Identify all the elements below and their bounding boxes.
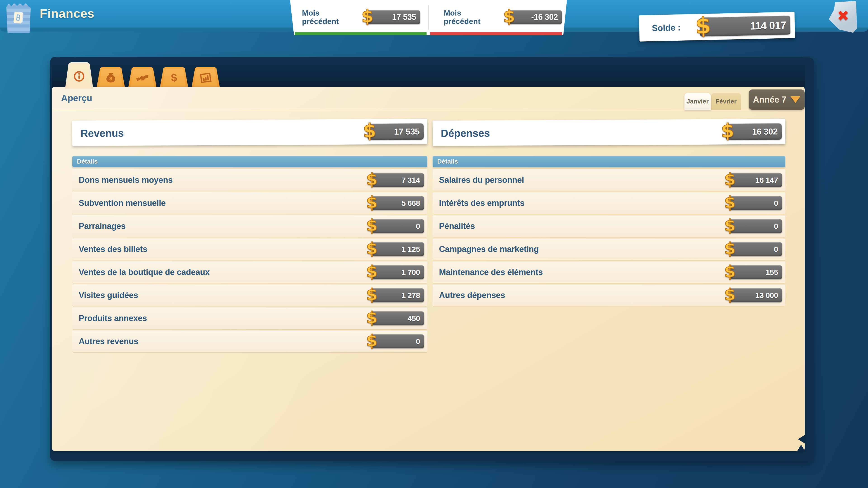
money-badge: $ 0 — [729, 242, 782, 256]
dollar-icon: $ — [724, 193, 736, 212]
money-badge: $ 450 — [371, 311, 424, 325]
finance-row: Parrainages $ 0 — [72, 216, 427, 237]
dollar-icon: $ — [366, 308, 377, 327]
overview-sheet: Aperçu Janvier Février Année 7 Revenus $… — [52, 87, 805, 451]
tab-charts[interactable] — [192, 67, 220, 87]
row-label: Autres dépenses — [439, 291, 505, 300]
balance-value: 114 017 — [700, 15, 790, 37]
row-label: Pénalités — [439, 221, 475, 231]
row-label: Salaires du personnel — [439, 175, 524, 185]
row-amount: 5 668 — [371, 196, 424, 210]
row-amount: 1 278 — [371, 288, 424, 302]
section-title: Aperçu — [61, 93, 92, 103]
prev-month-income-value: 17 535 — [366, 10, 420, 24]
row-label: Ventes des billets — [79, 245, 147, 254]
money-badge: $ 17 535 — [366, 10, 420, 24]
row-label: Intérêts des emprunts — [439, 198, 524, 208]
money-badge: $ 17 535 — [368, 123, 424, 140]
finance-row: Salaires du personnel $ 16 147 — [433, 169, 785, 191]
money-badge: $ 5 668 — [371, 196, 424, 210]
money-bag-icon: $ — [99, 69, 123, 87]
tab-overview[interactable] — [65, 62, 93, 89]
year-dropdown[interactable]: Année 7 — [749, 90, 805, 110]
expenses-title: Dépenses — [441, 127, 490, 139]
row-amount: 1 700 — [371, 265, 424, 279]
tab-strip: $ $ — [52, 57, 805, 87]
finance-row: Subvention mensuelle $ 5 668 — [72, 193, 427, 214]
bar-chart-icon — [194, 69, 217, 87]
row-amount: 155 — [729, 265, 782, 279]
expenses-column: Dépenses $ 16 302 Détails Salaires du pe… — [433, 120, 785, 308]
finance-row: Pénalités $ 0 — [433, 216, 785, 237]
money-badge: $ 1 125 — [371, 242, 424, 256]
month-tab-janvier[interactable]: Janvier — [684, 93, 711, 110]
finances-window: $ $ Aperçu Janvier — [50, 57, 814, 461]
prev-month-expense: Mois précédent $ -16 302 — [428, 0, 570, 32]
details-label: Détails — [437, 158, 458, 165]
tab-sponsorships[interactable] — [128, 67, 156, 87]
expenses-details-bar: Détails — [433, 156, 785, 167]
svg-text:$: $ — [110, 76, 112, 81]
close-icon: ✖ — [837, 7, 849, 24]
dollar-icon: $ — [366, 331, 377, 350]
row-amount: 0 — [729, 196, 782, 210]
tab-donations[interactable]: $ — [97, 67, 125, 87]
row-label: Visites guidées — [79, 291, 138, 300]
finances-ledger-icon — [6, 2, 31, 33]
expenses-header-card: Dépenses $ 16 302 — [433, 119, 785, 146]
dollar-icon: $ — [366, 170, 377, 189]
dollar-icon: $ — [724, 285, 736, 304]
year-label: Année 7 — [753, 95, 786, 105]
finance-row: Autres revenus $ 0 — [72, 331, 427, 352]
income-rows: Dons mensuels moyens $ 7 314 Subvention … — [72, 169, 427, 352]
ledger-book-icon — [10, 9, 27, 26]
finance-row: Ventes de la boutique de cadeaux $ 1 700 — [72, 262, 427, 283]
month-tab-fevrier[interactable]: Février — [711, 93, 741, 110]
details-label: Détails — [77, 158, 98, 165]
dollar-icon: $ — [366, 285, 377, 304]
income-title: Revenus — [81, 127, 124, 139]
dollar-icon: $ — [366, 193, 377, 212]
finance-row: Dons mensuels moyens $ 7 314 — [72, 169, 427, 191]
income-header-card: Revenus $ 17 535 — [72, 119, 428, 146]
finance-row: Autres dépenses $ 13 000 — [433, 285, 785, 306]
corner-notch — [798, 435, 805, 444]
row-amount: 7 314 — [371, 173, 424, 187]
dollar-icon: $ — [366, 262, 377, 281]
row-amount: 16 147 — [729, 173, 782, 187]
finance-row: Visites guidées $ 1 278 — [72, 285, 427, 306]
tab-money[interactable]: $ — [160, 67, 188, 87]
dollar-icon: $ — [724, 262, 736, 281]
balance-label: Solde : — [652, 23, 681, 33]
row-amount: 1 125 — [371, 242, 424, 256]
money-badge: $ 1 700 — [371, 265, 424, 279]
finance-row: Maintenance des éléments $ 155 — [433, 262, 785, 283]
banner-divider — [428, 5, 429, 30]
dollar-icon: $ — [366, 239, 377, 258]
finance-row: Produits annexes $ 450 — [72, 308, 427, 329]
dollar-icon: $ — [362, 6, 373, 26]
finance-row: Intérêts des emprunts $ 0 — [433, 193, 785, 214]
money-badge: $ 1 278 — [371, 288, 424, 302]
screen: Finances Mois précédent $ 17 535 Mois pr… — [0, 0, 868, 488]
expense-trend-bar — [430, 32, 562, 35]
dollar-icon: $ — [363, 120, 376, 142]
month-label: Janvier — [686, 98, 709, 105]
row-amount: 0 — [729, 219, 782, 233]
row-amount: 13 000 — [729, 288, 782, 302]
dollar-icon: $ — [724, 239, 736, 258]
prev-month-expense-label: Mois précédent — [444, 9, 487, 25]
dollar-tab-icon: $ — [162, 69, 186, 87]
finance-row: Ventes des billets $ 1 125 — [72, 238, 427, 260]
dollar-icon: $ — [366, 216, 377, 235]
money-badge: $ 16 302 — [725, 123, 782, 140]
finance-row: Campagnes de marketing $ 0 — [433, 238, 785, 260]
money-badge: $ 0 — [729, 196, 782, 210]
money-badge: $ 16 147 — [729, 173, 782, 187]
row-amount: 0 — [729, 242, 782, 256]
dollar-icon: $ — [695, 12, 711, 39]
svg-text:$: $ — [170, 72, 178, 84]
row-label: Maintenance des éléments — [439, 267, 543, 277]
prev-month-income: Mois précédent $ 17 535 — [287, 0, 428, 32]
prev-month-expense-value: -16 302 — [508, 10, 562, 24]
